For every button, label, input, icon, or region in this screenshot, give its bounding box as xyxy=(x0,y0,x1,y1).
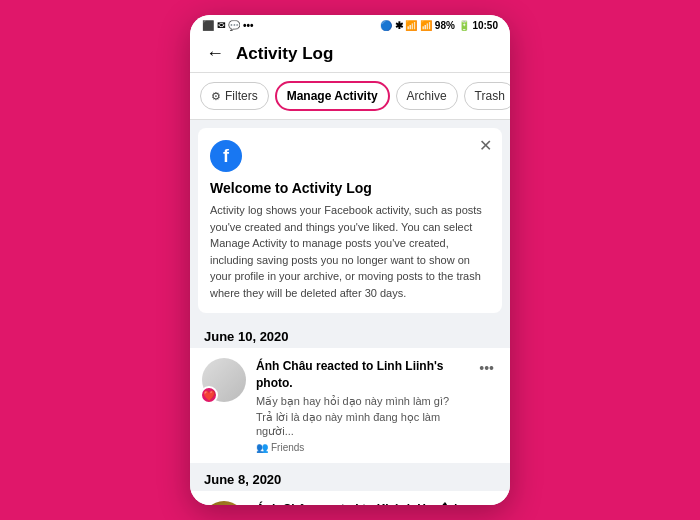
back-button[interactable]: ← xyxy=(206,43,224,64)
more-options-button[interactable]: ••• xyxy=(475,358,498,378)
status-icon-more: ••• xyxy=(243,20,254,31)
status-icon-sim: ⬛ xyxy=(202,20,214,31)
date-header-june10: June 10, 2020 xyxy=(190,321,510,348)
filter-icon: ⚙ xyxy=(211,90,221,103)
tab-archive[interactable]: Archive xyxy=(396,82,458,110)
facebook-logo: f xyxy=(210,140,242,172)
privacy-icon: 👥 xyxy=(256,442,268,453)
status-icons-left: ⬛ ✉ 💬 ••• xyxy=(202,20,254,31)
status-time: 🔵 ✱ 📶 📶 98% 🔋 10:50 xyxy=(380,20,498,31)
activity-item: ❤️ Ánh Châu reacted to Khánh Huyền's pho… xyxy=(190,491,510,505)
main-content: f ✕ Welcome to Activity Log Activity log… xyxy=(190,120,510,505)
tab-trash[interactable]: Trash xyxy=(464,82,510,110)
tabs-bar: ⚙ Filters Manage Activity Archive Trash xyxy=(190,73,510,120)
welcome-body: Activity log shows your Facebook activit… xyxy=(210,202,490,301)
date-header-june8: June 8, 2020 xyxy=(190,464,510,491)
privacy-label: Friends xyxy=(271,442,304,453)
tab-filters-label: Filters xyxy=(225,89,258,103)
tab-archive-label: Archive xyxy=(407,89,447,103)
tab-trash-label: Trash xyxy=(475,89,505,103)
tab-manage-activity-label: Manage Activity xyxy=(287,89,378,103)
status-icon-msg: 💬 xyxy=(228,20,240,31)
avatar xyxy=(202,501,246,505)
status-icons-right: 🔵 ✱ 📶 📶 98% 🔋 10:50 xyxy=(380,20,498,31)
tab-filters[interactable]: ⚙ Filters xyxy=(200,82,269,110)
tab-manage-activity[interactable]: Manage Activity xyxy=(275,81,390,111)
app-header: ← Activity Log xyxy=(190,35,510,73)
welcome-card: f ✕ Welcome to Activity Log Activity log… xyxy=(198,128,502,313)
status-bar: ⬛ ✉ 💬 ••• 🔵 ✱ 📶 📶 98% 🔋 10:50 xyxy=(190,15,510,35)
item-sub2: Trả lời là dạo này mình đang học làm ngư… xyxy=(256,410,465,439)
item-title: Ánh Châu reacted to Linh Liinh's photo. xyxy=(256,358,465,392)
activity-item: ❤️ Ánh Châu reacted to Linh Liinh's phot… xyxy=(190,348,510,464)
page-title: Activity Log xyxy=(236,44,333,64)
more-options-button[interactable]: ••• xyxy=(475,501,498,505)
item-privacy: 👥 Friends xyxy=(256,442,465,453)
avatar-wrap: ❤️ xyxy=(202,358,246,402)
phone-frame: ⬛ ✉ 💬 ••• 🔵 ✱ 📶 📶 98% 🔋 10:50 ← Activity… xyxy=(190,15,510,505)
item-title: Ánh Châu reacted to Khánh Huyền's photo. xyxy=(256,501,465,505)
reaction-badge: ❤️ xyxy=(200,386,218,404)
avatar-wrap: ❤️ xyxy=(202,501,246,505)
status-icon-mail: ✉ xyxy=(217,20,225,31)
item-content: Ánh Châu reacted to Linh Liinh's photo. … xyxy=(256,358,465,453)
close-welcome-button[interactable]: ✕ xyxy=(479,138,492,154)
welcome-title: Welcome to Activity Log xyxy=(210,180,490,196)
item-content: Ánh Châu reacted to Khánh Huyền's photo.… xyxy=(256,501,465,505)
item-sub: Mấy bạn hay hỏi dạo này mình làm gì? xyxy=(256,394,465,408)
